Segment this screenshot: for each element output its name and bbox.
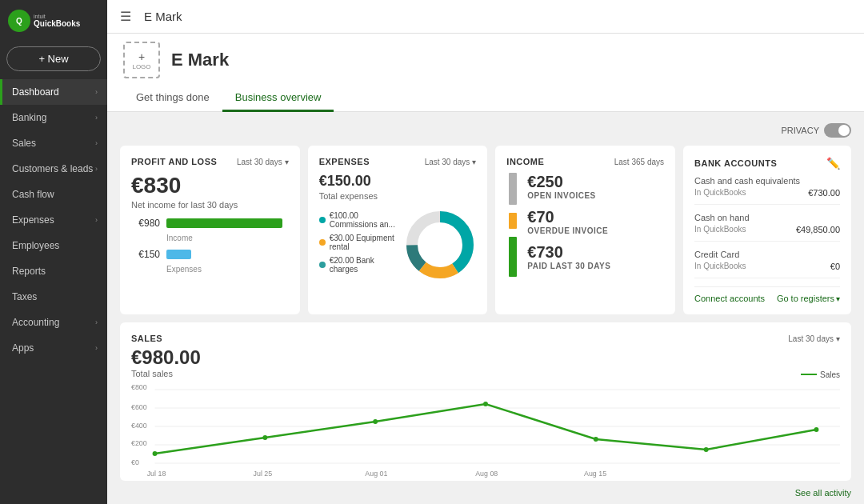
svg-text:Q: Q [16, 17, 22, 26]
go-to-registers-link[interactable]: Go to registers [777, 294, 834, 303]
sidebar-item-label: Sales [12, 138, 36, 149]
sidebar-item-label: Banking [12, 112, 46, 123]
exp-total: €150.00 [319, 173, 477, 190]
open-invoices-value: €250 [527, 173, 610, 191]
chevron-right-icon: › [95, 344, 98, 352]
sales-main-value: €980.00 [131, 346, 840, 369]
exp-legend-item: €30.00 Equipment rental [319, 234, 397, 251]
company-name: E Mark [171, 50, 229, 70]
income-period[interactable]: Last 365 days [614, 158, 664, 166]
sidebar-item-label: Reports [12, 266, 46, 277]
exp-period[interactable]: Last 30 days ▾ [425, 158, 477, 166]
new-button[interactable]: + New [6, 46, 101, 71]
topbar-company: E Mark [144, 10, 182, 23]
bank-section-name: Credit Card [694, 250, 840, 259]
chevron-right-icon: › [95, 165, 98, 173]
svg-point-24 [594, 437, 598, 442]
bank-section-credit: Credit Card In QuickBooks €0 [694, 250, 840, 278]
connect-accounts-link[interactable]: Connect accounts [694, 294, 765, 303]
bank-in-qb-label: In QuickBooks [694, 225, 746, 234]
pnl-expense-value: €150 [131, 249, 160, 260]
paid-value: €730 [527, 243, 610, 262]
income-details: €250 OPEN INVOICES €70 OVERDUE INVOICE €… [527, 173, 610, 278]
main-content: ☰ E Mark + LOGO E Mark Get things done B… [107, 0, 864, 504]
bank-amount: €730.00 [808, 188, 840, 198]
chevron-right-icon: › [95, 88, 98, 96]
svg-rect-8 [509, 213, 517, 229]
sidebar-item-apps[interactable]: Apps › [0, 335, 107, 361]
svg-text:€200: €200 [131, 439, 147, 447]
sidebar-item-label: Customers & leads [12, 163, 93, 174]
toggle-knob [838, 125, 850, 136]
svg-point-22 [373, 419, 378, 424]
sidebar-item-label: Taxes [12, 291, 37, 302]
tab-business-overview[interactable]: Business overview [222, 85, 334, 112]
exp-dot-3 [319, 262, 326, 268]
pnl-expense-bar [166, 250, 191, 259]
sidebar-item-expenses[interactable]: Expenses › [0, 207, 107, 233]
sidebar-item-sales[interactable]: Sales › [0, 130, 107, 156]
bank-footer: Connect accounts Go to registers ▾ [694, 286, 840, 303]
exp-legend-item: €20.00 Bank charges [319, 256, 397, 274]
sidebar-item-label: Cash flow [12, 189, 54, 200]
pnl-title: PROFIT AND LOSS [131, 157, 217, 166]
pnl-income-label: Income [166, 234, 289, 242]
chevron-right-icon: › [95, 139, 98, 147]
sidebar-item-taxes[interactable]: Taxes [0, 284, 107, 310]
sidebar-item-cashflow[interactable]: Cash flow [0, 182, 107, 207]
pnl-income-bar [166, 218, 282, 228]
bank-in-qb-label: In QuickBooks [694, 262, 746, 271]
bank-section-cash-hand: Cash on hand In QuickBooks €49,850.00 [694, 213, 840, 242]
sidebar-item-customers[interactable]: Customers & leads › [0, 156, 107, 182]
exp-legend: €100.00 Commissions an... €30.00 Equipme… [319, 211, 397, 278]
sidebar-item-dashboard[interactable]: Dashboard › [0, 79, 107, 105]
exp-title: EXPENSES [319, 157, 370, 166]
income-title: INCOME [506, 157, 544, 166]
svg-text:€800: €800 [131, 383, 147, 391]
quickbooks-logo: Q intuit QuickBooks [8, 10, 80, 32]
bank-accounts-card: BANK ACCOUNTS ✏️ Cash and cash equivalen… [683, 146, 851, 314]
exp-label-1: €100.00 Commissions an... [330, 211, 397, 229]
svg-text:Jul 25: Jul 25 [254, 470, 273, 478]
exp-dot-1 [319, 217, 326, 223]
sales-period[interactable]: Last 30 days ▾ [788, 334, 840, 343]
income-open-invoices: €250 OPEN INVOICES [527, 173, 610, 200]
plus-icon: + [138, 50, 145, 63]
profit-loss-card: PROFIT AND LOSS Last 30 days ▾ €830 Net … [120, 146, 300, 314]
qb-icon: Q [8, 10, 30, 32]
sidebar-item-label: Accounting [12, 317, 59, 328]
sales-title: SALES [131, 334, 162, 343]
svg-point-26 [814, 427, 819, 432]
sidebar-item-employees[interactable]: Employees [0, 233, 107, 258]
sidebar-logo-area: Q intuit QuickBooks [0, 0, 107, 42]
see-all-activity[interactable]: See all activity [107, 482, 864, 504]
company-logo-upload[interactable]: + LOGO [123, 42, 160, 78]
privacy-toggle[interactable] [824, 123, 851, 138]
exp-label-2: €30.00 Equipment rental [330, 234, 397, 251]
paid-label: PAID LAST 30 DAYS [527, 262, 610, 270]
pnl-expense-label: Expenses [166, 265, 289, 274]
hamburger-icon[interactable]: ☰ [120, 9, 131, 24]
logo-text: LOGO [132, 63, 150, 70]
bank-section-name: Cash on hand [694, 213, 840, 222]
topbar: ☰ E Mark [107, 0, 864, 34]
expenses-card: EXPENSES Last 30 days ▾ €150.00 Total ex… [308, 146, 488, 314]
sidebar-item-label: Apps [12, 342, 34, 354]
sidebar-item-reports[interactable]: Reports [0, 258, 107, 284]
income-bar-chart [506, 173, 519, 277]
chevron-down-icon: ▾ [285, 158, 289, 166]
sidebar-item-label: Employees [12, 240, 59, 251]
sales-card: SALES Last 30 days ▾ €980.00 Total sales… [120, 322, 851, 481]
sidebar-item-accounting[interactable]: Accounting › [0, 310, 107, 335]
chevron-down-icon: ▾ [836, 294, 840, 303]
tab-get-things-done[interactable]: Get things done [123, 85, 222, 112]
svg-point-21 [262, 435, 267, 440]
sidebar-item-banking[interactable]: Banking › [0, 105, 107, 130]
pnl-period[interactable]: Last 30 days ▾ [237, 158, 289, 166]
svg-rect-9 [509, 237, 517, 277]
svg-text:Jul 18: Jul 18 [147, 470, 166, 478]
sidebar: Q intuit QuickBooks + New Dashboard › Ba… [0, 0, 107, 504]
svg-point-20 [153, 451, 158, 456]
sales-line-chart: €800 €600 €400 €200 €0 [131, 382, 840, 470]
edit-icon[interactable]: ✏️ [826, 157, 840, 170]
